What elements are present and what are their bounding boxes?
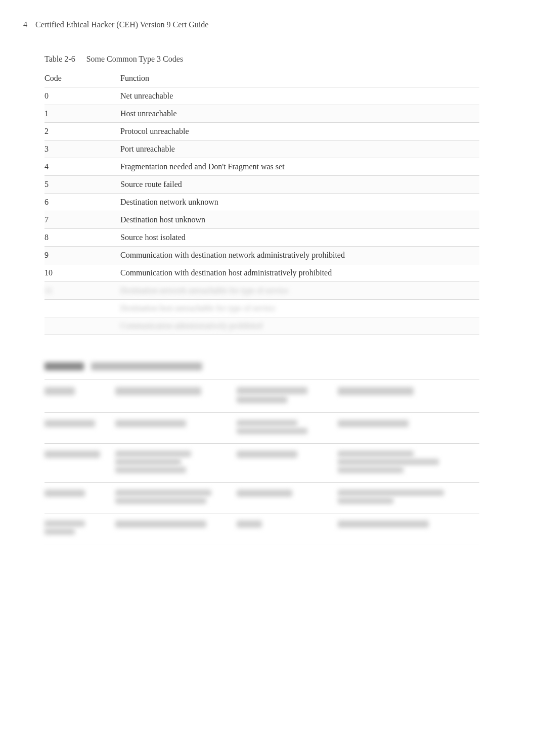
cell-function: Fragmentation needed and Don't Fragment … — [120, 158, 479, 176]
cell-function: Source route failed — [120, 176, 479, 194]
th-code: Code — [44, 70, 120, 87]
cell-function: Communication with destination network a… — [120, 247, 479, 264]
table-row: 1Host unreachable — [44, 105, 479, 123]
table-2-7-caption — [44, 362, 507, 371]
cell-code: 11 — [44, 282, 120, 300]
th-layer-blurred — [44, 387, 75, 395]
table-row — [44, 413, 479, 444]
table-row: 0Net unreachable — [44, 87, 479, 105]
table-number-blurred — [44, 362, 84, 370]
cell-function: Source host isolated — [120, 229, 479, 247]
table-row: 2Protocol unreachable — [44, 123, 479, 140]
cell-function: Destination network unknown — [120, 194, 479, 211]
table-title: Some Common Type 3 Codes — [86, 55, 183, 64]
table-row: Communication administratively prohibite… — [44, 317, 479, 335]
table-row: 3Port unreachable — [44, 140, 479, 158]
table-row: 6Destination network unknown — [44, 194, 479, 211]
table-row: 8Source host isolated — [44, 229, 479, 247]
table-row: 10Communication with destination host ad… — [44, 264, 479, 282]
th-protocols-blurred-1 — [237, 387, 307, 394]
cell-function: Port unreachable — [120, 140, 479, 158]
cell-function: Destination host unknown — [120, 211, 479, 229]
table-row — [44, 483, 479, 513]
table-title-blurred — [91, 362, 202, 370]
cell-code: 2 — [44, 123, 120, 140]
cell-function: Communication with destination host admi… — [120, 264, 479, 282]
table-row — [44, 444, 479, 483]
cell-code: 10 — [44, 264, 120, 282]
page-number: 4 — [23, 20, 27, 29]
th-function: Function — [120, 70, 479, 87]
page-header: 4 Certified Ethical Hacker (CEH) Version… — [20, 20, 507, 29]
cell-code: 9 — [44, 247, 120, 264]
cell-code — [44, 300, 120, 317]
cell-code: 4 — [44, 158, 120, 176]
table-row: 11Destination network unreachable for ty… — [44, 282, 479, 300]
table-2-7 — [44, 380, 479, 544]
table-2-6: Code Function 0Net unreachable1Host unre… — [44, 70, 479, 335]
cell-code: 3 — [44, 140, 120, 158]
cell-code: 5 — [44, 176, 120, 194]
cell-function: Net unreachable — [120, 87, 479, 105]
cell-function: Host unreachable — [120, 105, 479, 123]
cell-code: 0 — [44, 87, 120, 105]
book-title: Certified Ethical Hacker (CEH) Version 9… — [35, 20, 208, 29]
cell-code — [44, 317, 120, 335]
cell-code: 1 — [44, 105, 120, 123]
table-row: 7Destination host unknown — [44, 211, 479, 229]
cell-function: Communication administratively prohibite… — [120, 317, 479, 335]
cell-code: 6 — [44, 194, 120, 211]
cell-code: 8 — [44, 229, 120, 247]
table-row — [44, 513, 479, 544]
cell-function: Destination host unreachable for type of… — [120, 300, 479, 317]
th-protocols-blurred-2 — [237, 396, 287, 403]
table-row: 9Communication with destination network … — [44, 247, 479, 264]
th-responsibility-blurred — [115, 387, 201, 395]
table-row: 4Fragmentation needed and Don't Fragment… — [44, 158, 479, 176]
table-row: Destination host unreachable for type of… — [44, 300, 479, 317]
table-row: 5Source route failed — [44, 176, 479, 194]
cell-function: Destination network unreachable for type… — [120, 282, 479, 300]
cell-function: Protocol unreachable — [120, 123, 479, 140]
th-attacks-blurred — [338, 387, 414, 395]
table-2-6-caption: Table 2-6 Some Common Type 3 Codes — [44, 55, 507, 64]
table-number: Table 2-6 — [44, 55, 75, 64]
cell-code: 7 — [44, 211, 120, 229]
